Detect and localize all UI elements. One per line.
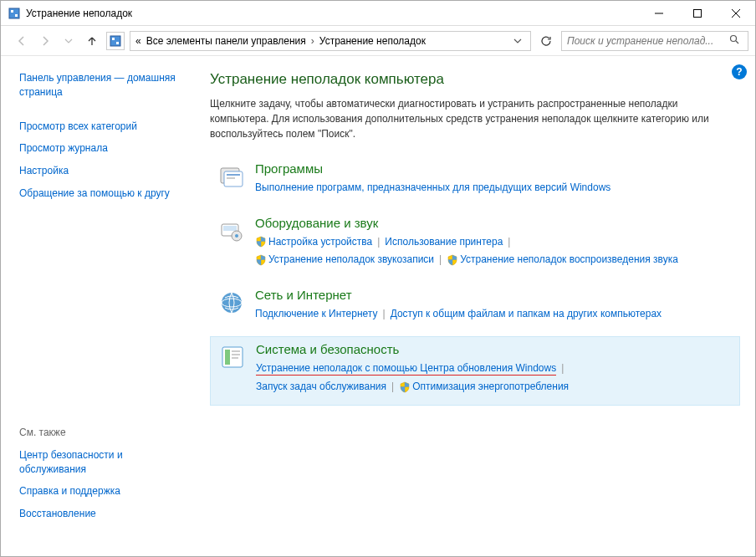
task-link[interactable]: Устранение неполадок звукозаписи <box>268 253 434 265</box>
shield-icon <box>255 254 267 266</box>
sidebar-link[interactable]: Восстановление <box>19 507 190 521</box>
svg-rect-9 <box>116 42 119 44</box>
svg-rect-4 <box>694 9 702 17</box>
sidebar-link[interactable]: Справка и поддержка <box>19 484 190 498</box>
maximize-button[interactable] <box>678 1 717 26</box>
svg-rect-24 <box>232 350 240 352</box>
minimize-button[interactable] <box>640 1 678 26</box>
category: Оборудование и звукНастройка устройства|… <box>210 211 740 278</box>
category-body: Оборудование и звукНастройка устройства|… <box>255 216 733 269</box>
breadcrumb[interactable]: « Все элементы панели управления › Устра… <box>130 31 531 51</box>
category-icon <box>217 342 248 372</box>
task-link[interactable]: Доступ к общим файлам и папкам на других… <box>391 308 662 319</box>
forward-button[interactable] <box>36 32 54 50</box>
task-link[interactable]: Подключение к Интернету <box>255 308 378 319</box>
divider: | <box>383 308 386 319</box>
divider: | <box>439 253 442 265</box>
category-title[interactable]: Сеть и Интернет <box>255 288 733 302</box>
window-controls <box>640 1 755 26</box>
help-icon[interactable]: ? <box>732 64 747 79</box>
svg-point-10 <box>731 36 737 42</box>
category-icon <box>217 216 247 246</box>
svg-rect-23 <box>225 350 230 365</box>
category-body: Система и безопасностьУстранение неполад… <box>256 342 733 396</box>
sidebar: Панель управления — домашняя страница Пр… <box>1 56 202 556</box>
sidebar-link[interactable]: Просмотр всех категорий <box>19 120 190 134</box>
window-title: Устранение неполадок <box>26 8 640 19</box>
svg-rect-17 <box>223 226 237 231</box>
divider: | <box>391 381 394 392</box>
recent-dropdown[interactable] <box>59 32 78 50</box>
breadcrumb-dropdown[interactable] <box>510 37 525 45</box>
shield-icon <box>399 381 411 393</box>
svg-rect-7 <box>110 36 120 46</box>
task-link[interactable]: Устранение неполадок воспроизведения зву… <box>460 253 678 265</box>
sidebar-home-link[interactable]: Панель управления — домашняя страница <box>19 71 190 100</box>
sidebar-link[interactable]: Просмотр журнала <box>19 141 190 156</box>
category-title[interactable]: Программы <box>255 161 733 176</box>
shield-icon <box>255 236 267 248</box>
address-icon[interactable] <box>106 32 125 50</box>
back-button[interactable] <box>13 32 31 50</box>
category-body: ПрограммыВыполнение программ, предназнач… <box>255 161 733 197</box>
breadcrumb-part[interactable]: Все элементы панели управления <box>146 35 306 47</box>
category: Сеть и ИнтернетПодключение к Интернету|Д… <box>210 283 740 332</box>
page-description: Щелкните задачу, чтобы автоматически диа… <box>210 96 720 141</box>
main-panel: ? Устранение неполадок компьютера Щелкни… <box>202 56 755 556</box>
category-links: Выполнение программ, предназначенных для… <box>255 179 733 197</box>
svg-rect-0 <box>9 8 19 18</box>
see-also-heading: См. также <box>19 427 190 438</box>
task-link[interactable]: Выполнение программ, предназначенных для… <box>255 181 610 193</box>
content: Панель управления — домашняя страница Пр… <box>1 56 755 556</box>
category-title[interactable]: Система и безопасность <box>256 342 733 356</box>
svg-rect-2 <box>15 14 18 17</box>
svg-rect-8 <box>112 38 115 40</box>
svg-rect-15 <box>227 177 235 179</box>
titlebar: Устранение неполадок <box>1 1 755 26</box>
app-icon <box>8 7 21 20</box>
close-button[interactable] <box>717 1 755 26</box>
task-link[interactable]: Оптимизация энергопотребления <box>412 381 569 392</box>
category-title[interactable]: Оборудование и звук <box>255 216 733 230</box>
divider: | <box>377 236 380 248</box>
search-icon <box>729 34 739 47</box>
svg-rect-25 <box>232 354 240 355</box>
category-icon <box>217 288 247 318</box>
divider: | <box>561 362 564 374</box>
svg-rect-14 <box>227 174 240 176</box>
category-links: Настройка устройства|Использование принт… <box>255 233 733 269</box>
shield-icon <box>447 254 458 266</box>
up-button[interactable] <box>83 32 101 50</box>
search-input[interactable] <box>567 35 729 47</box>
sidebar-link[interactable]: Настройка <box>19 164 190 178</box>
category-body: Сеть и ИнтернетПодключение к Интернету|Д… <box>255 288 733 324</box>
chevron-right-icon: › <box>311 35 314 47</box>
svg-rect-26 <box>232 357 238 359</box>
divider: | <box>508 236 510 248</box>
sidebar-link[interactable]: Обращение за помощью к другу <box>19 187 190 201</box>
category: Система и безопасностьУстранение неполад… <box>210 336 740 405</box>
task-link[interactable]: Устранение неполадок с помощью Центра об… <box>256 362 556 376</box>
search-box[interactable] <box>561 31 748 51</box>
svg-point-19 <box>235 234 238 238</box>
category-links: Подключение к Интернету|Доступ к общим ф… <box>255 305 733 324</box>
category-links: Устранение неполадок с помощью Центра об… <box>256 360 733 396</box>
page-title: Устранение неполадок компьютера <box>210 71 740 88</box>
navbar: « Все элементы панели управления › Устра… <box>1 26 755 56</box>
category: ПрограммыВыполнение программ, предназнач… <box>210 156 740 206</box>
task-link[interactable]: Настройка устройства <box>268 236 372 248</box>
breadcrumb-prefix: « <box>135 35 141 47</box>
svg-rect-1 <box>11 10 13 13</box>
task-link[interactable]: Запуск задач обслуживания <box>256 381 386 392</box>
svg-line-11 <box>736 41 738 43</box>
category-icon <box>217 161 247 192</box>
sidebar-link[interactable]: Центр безопасности и обслуживания <box>19 448 190 477</box>
refresh-button[interactable] <box>536 31 556 51</box>
task-link[interactable]: Использование принтера <box>385 236 503 248</box>
breadcrumb-part[interactable]: Устранение неполадок <box>319 35 426 47</box>
